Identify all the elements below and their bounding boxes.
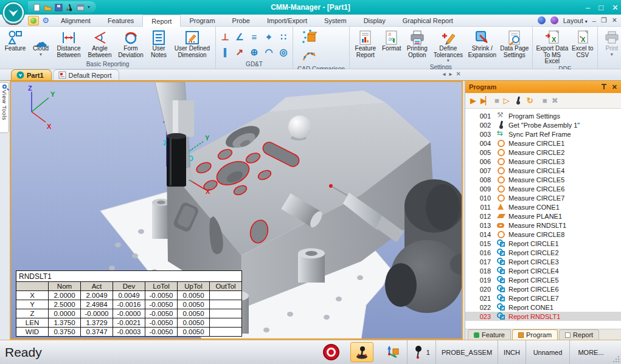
joystick-cell[interactable]	[345, 340, 379, 364]
menu-tab[interactable]: Features	[99, 15, 142, 27]
program-step-row[interactable]: 001 Program Settings	[465, 111, 621, 120]
program-step-row[interactable]: 023 Report RNDSLT1	[465, 312, 621, 321]
user-notes-button[interactable]: User Notes	[147, 28, 171, 58]
probe-toolbar-icon[interactable]	[514, 97, 522, 105]
program-step-row[interactable]: 013 Measure RNDSLT1	[465, 221, 621, 230]
run-button[interactable]: ▶	[470, 97, 476, 105]
gdt-symbol-icon[interactable]: ∠	[235, 32, 243, 43]
tab-part1[interactable]: Part1	[11, 69, 52, 80]
program-step-row[interactable]: 016 Report CIRCLE2	[465, 248, 621, 257]
gdt-symbol-icon[interactable]: ⊕	[251, 47, 258, 58]
view-tools-tab[interactable]: View Tools	[0, 82, 9, 133]
feature-button[interactable]: Feature	[2, 28, 29, 52]
minimize-button[interactable]: –	[586, 3, 590, 12]
angle-between-button[interactable]: Angle Between	[85, 28, 115, 58]
run-to-end-button[interactable]: ▶▏	[480, 97, 490, 105]
program-step-row[interactable]: 007 Measure CIRCLE4	[465, 166, 621, 175]
gdt-symbol-icon[interactable]: ◎	[279, 47, 287, 58]
pin-icon[interactable]	[601, 84, 607, 90]
gdt-symbol-icon[interactable]: ≡	[252, 32, 257, 42]
feature-report-button[interactable]: Feature Report	[352, 28, 380, 58]
cad-compare-points-icon[interactable]	[301, 29, 317, 46]
apple-menu-icon[interactable]	[28, 16, 39, 26]
gdt-symbol-icon[interactable]: ↗	[236, 47, 244, 58]
program-step-row[interactable]: 012 Measure PLANE1	[465, 211, 621, 221]
tab-scroll-left-icon[interactable]: ◂	[443, 70, 446, 77]
tab-scroll-right-icon[interactable]: ▸	[449, 70, 453, 77]
refresh-button[interactable]: ↻	[527, 97, 533, 105]
program-step-row[interactable]: 009 Measure CIRCLE6	[465, 184, 621, 193]
tab-report[interactable]: Report	[559, 329, 599, 340]
excel-to-csv-button[interactable]: ,X Excel to CSV	[570, 28, 595, 58]
program-step-row[interactable]: 019 Report CIRCLE5	[465, 275, 621, 284]
pane-minimize-icon[interactable]: –	[592, 17, 596, 24]
menu-tab[interactable]: Import/Export	[258, 15, 316, 27]
probe-status-cell[interactable]: 1	[407, 340, 435, 364]
program-step-row[interactable]: 006 Measure CIRCLE3	[465, 157, 621, 166]
printing-option-button[interactable]: Printing Option	[404, 28, 431, 58]
distance-between-button[interactable]: Distance Between	[53, 28, 85, 58]
viewport-3d[interactable]: Z Z Y Y CAD X X Z Y X	[10, 81, 463, 340]
cloud-button[interactable]: ☁ Cloud ▾	[29, 28, 53, 57]
gdt-symbol-icon[interactable]: ◠	[265, 47, 272, 58]
gdt-symbol-icon[interactable]: ⌖	[266, 32, 271, 43]
results-table[interactable]: RNDSLT1 NomActDevLoTolUpTolOutTol X 2.00…	[16, 270, 242, 337]
program-step-row[interactable]: 015 Report CIRCLE1	[465, 239, 621, 248]
program-step-row[interactable]: 002 Get "Probe Assembly 1"	[465, 120, 621, 129]
close-button[interactable]: ✕	[612, 3, 619, 12]
menu-tab[interactable]: Report	[142, 15, 181, 27]
pause-button[interactable]: ■	[543, 97, 547, 105]
tab-feature[interactable]: Feature	[468, 329, 511, 340]
tab-close-icon[interactable]: ✕	[456, 70, 461, 77]
menu-tab[interactable]: Alignment	[52, 15, 99, 27]
step-button[interactable]: ▷	[504, 97, 510, 105]
form-deviation-button[interactable]: Form Deviation	[115, 28, 147, 58]
more-cell[interactable]: MORE...	[569, 340, 612, 364]
pane-restore-icon[interactable]: ❐	[601, 16, 607, 24]
resize-grip[interactable]	[612, 355, 619, 362]
help-globe-icon[interactable]	[538, 16, 546, 24]
menu-tab[interactable]: Display	[355, 15, 394, 27]
system-gear-icon[interactable]: ⚙	[40, 16, 51, 26]
units-cell[interactable]: INCH	[498, 340, 526, 364]
print-button[interactable]: Print ▾	[600, 28, 621, 57]
gdt-symbol-icon[interactable]: ⊥	[221, 32, 229, 43]
format-button[interactable]: .0.00 Format	[380, 28, 404, 52]
program-step-row[interactable]: 018 Report CIRCLE4	[465, 266, 621, 275]
gdt-symbol-icon[interactable]: ∷	[280, 32, 286, 43]
machine-name-cell[interactable]: Unnamed	[526, 340, 569, 364]
menu-tab[interactable]: System	[316, 15, 355, 27]
program-step-row[interactable]: 005 Measure CIRCLE2	[465, 148, 621, 157]
menu-tab[interactable]: Program	[181, 15, 223, 27]
maximize-button[interactable]: □	[598, 3, 603, 12]
program-step-row[interactable]: 017 Report CIRCLE3	[465, 257, 621, 266]
program-step-row[interactable]: 004 Measure CIRCLE1	[465, 139, 621, 148]
menu-tab[interactable]: Graphical Report	[394, 15, 462, 27]
program-step-row[interactable]: 014 Measure CIRCLE8	[465, 230, 621, 239]
program-step-row[interactable]: 008 Measure CIRCLE5	[465, 175, 621, 184]
program-step-row[interactable]: 022 Report CONE1	[465, 303, 621, 312]
machine-axes-cell[interactable]	[379, 340, 407, 364]
shrink-expansion-button[interactable]: Shrink / Expansion	[466, 28, 499, 58]
delete-button[interactable]: ✖	[552, 97, 558, 105]
emergency-stop-cell[interactable]	[317, 340, 345, 364]
menu-tab[interactable]: Probe	[224, 15, 258, 27]
program-step-row[interactable]: 021 Report CIRCLE7	[465, 294, 621, 303]
cad-compare-curve-icon[interactable]	[301, 48, 317, 65]
gdt-symbol-icon[interactable]: ∥	[223, 47, 227, 58]
stop-button[interactable]: ■	[494, 97, 499, 105]
user-defined-dimension-button[interactable]: User Defined Dimension	[171, 28, 213, 58]
probe-assembly-cell[interactable]: PROBE_ASSEM	[435, 340, 498, 364]
data-page-settings-button[interactable]: Data Page Settings	[499, 28, 530, 58]
program-step-row[interactable]: 010 Measure CIRCLE7	[465, 193, 621, 202]
info-globe-icon[interactable]	[550, 16, 558, 24]
define-tolerances-button[interactable]: Define Tolerances ▾	[431, 28, 466, 63]
panel-close-icon[interactable]: ✕	[612, 83, 617, 91]
export-to-excel-button[interactable]: X Export Data To MS Excel	[535, 28, 570, 65]
program-step-row[interactable]: 011 Measure CONE1	[465, 202, 621, 211]
tab-program[interactable]: Program	[512, 329, 558, 340]
pane-close-icon[interactable]: ✕	[612, 16, 617, 24]
program-step-row[interactable]: 003 Sync Part Ref Frame	[465, 129, 621, 139]
tab-default-report[interactable]: Default Report	[53, 69, 120, 80]
layout-menu[interactable]: Layout ▾	[563, 17, 588, 24]
